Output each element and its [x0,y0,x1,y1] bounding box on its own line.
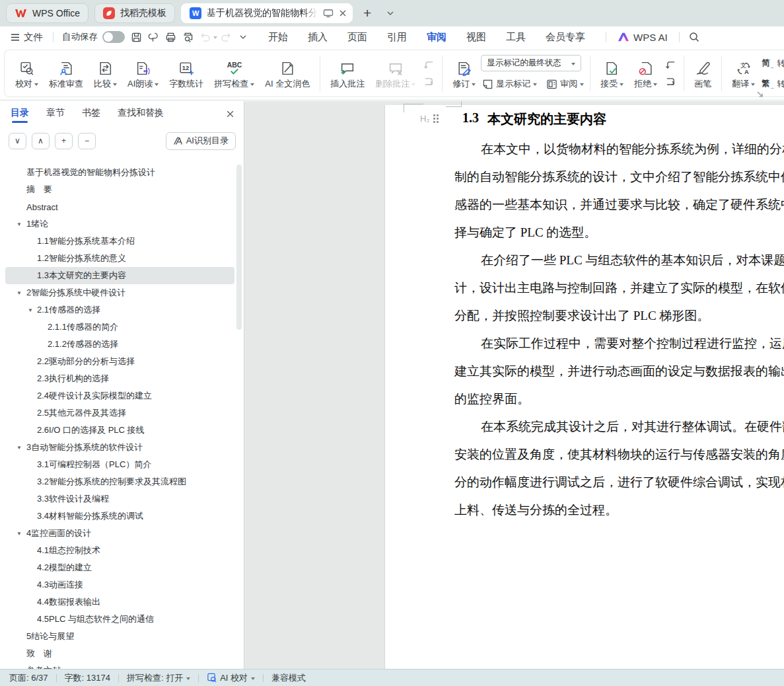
collapse-caret-icon[interactable]: ▼ [17,445,22,451]
reject-change-button[interactable]: 拒绝 [629,52,662,95]
document-page[interactable]: H₂ 1.3 本文研究的主要内容 在本文中，以货物材料的智能分拣系统为例，详细的… [385,105,784,669]
collapse-caret-icon[interactable]: ▼ [17,221,22,227]
menu-tab-5[interactable]: 视图 [456,28,496,47]
proofread-button[interactable]: 校对 [10,52,44,95]
sidebar-tab-contents[interactable]: 目录 [11,107,29,123]
next-change-icon[interactable] [665,77,676,87]
spell-check-status[interactable]: 拼写检查: 打开 [127,672,190,684]
insert-comment-button[interactable]: 插入批注 [325,52,370,95]
toc-item[interactable]: 摘 要 [5,181,234,198]
search-icon[interactable] [686,29,703,45]
quick-access-chevron-icon[interactable] [234,29,252,45]
menu-tab-4[interactable]: 审阅 [417,28,456,47]
toc-item[interactable]: 2.2驱动部分的分析与选择 [5,353,234,370]
toc-next-heading-button[interactable]: ∨ [9,133,26,149]
toc-previous-heading-button[interactable]: ∧ [32,133,50,149]
delete-comment-button[interactable]: 删除批注 [370,52,421,95]
redo-button[interactable] [217,29,234,45]
toc-item[interactable]: 2.4硬件设计及实际模型的建立 [5,387,234,404]
toc-item[interactable]: 基于机器视觉的智能物料分拣设计 [5,164,234,181]
spell-check-button[interactable]: ABC 拼写检查 [209,52,260,95]
translate-button[interactable]: 文A 翻译 [727,52,760,95]
toc-item[interactable]: 2.1.1传感器的简介 [5,319,234,336]
screen-share-icon[interactable] [323,9,334,18]
new-tab-button[interactable]: + [359,5,376,22]
accept-change-button[interactable]: 接受 [595,52,629,95]
standard-review-button[interactable]: 标准审查 [44,52,89,95]
menu-tab-2[interactable]: 页面 [338,28,377,47]
toc-item[interactable]: 4.5PLC 与组态软件之间的通信 [5,611,234,628]
toc-item[interactable]: 4.1组态控制技术 [5,542,234,559]
ai-proofread-status[interactable]: AI 校对 [207,672,255,684]
wps-ai-button[interactable]: WPS AI [612,32,673,43]
sidebar-tab-chapters[interactable]: 章节 [46,107,65,123]
drag-handle-icon[interactable] [433,114,439,123]
show-markup-button[interactable]: 显示标记 [481,76,538,92]
toc-item[interactable]: 参考文献 [5,662,234,669]
track-changes-button[interactable]: 修订 [447,52,481,95]
close-tab-icon[interactable] [339,9,347,17]
toc-item[interactable]: 3.4材料智能分拣系统的调试 [5,508,234,525]
sidebar-scrollbar[interactable] [236,165,242,330]
toc-item[interactable]: ▼1绪论 [5,215,234,233]
toc-item[interactable]: ▼2智能分拣系统中硬件设计 [5,284,234,301]
toc-item[interactable]: 3.2智能分拣系统的控制要求及其流程图 [5,473,234,490]
next-comment-icon[interactable] [423,77,435,87]
doc-body[interactable]: 在本文中，以货物材料的智能分拣系统为例，详细的分析了在基于制的自动智能分拣系统的… [454,135,784,524]
toc-item[interactable]: 1.1智能分拣系统基本介绍 [5,233,234,250]
toc-item[interactable]: 致 谢 [5,645,234,662]
collapse-caret-icon[interactable]: ▼ [17,531,22,537]
toc-item[interactable]: 3.1可编程控制器（PLC）简介 [5,456,234,473]
tab-docer-templates[interactable]: 找稻壳模板 [94,3,175,23]
compare-button[interactable]: 比较 [89,52,122,95]
toc-item[interactable]: 5结论与展望 [5,628,234,645]
ribbon-expand-icon[interactable] [757,91,763,97]
undo-button[interactable] [196,29,213,45]
collapse-caret-icon[interactable]: ▼ [17,290,22,296]
traditional-to-simplified-button[interactable]: 繁→ 转简 [760,76,784,92]
ai-read-aloud-button[interactable]: AI朗读 [122,52,164,95]
toc-collapse-button[interactable]: − [78,133,96,149]
toc-item[interactable]: 3.3软件设计及编程 [5,490,234,508]
menu-tab-1[interactable]: 插入 [298,28,338,47]
menu-tab-7[interactable]: 会员专享 [536,28,595,47]
file-menu-button[interactable]: 文件 [7,31,47,44]
menu-tab-0[interactable]: 开始 [258,28,298,47]
section-heading[interactable]: 1.3 本文研究的主要内容 [462,110,606,128]
toc-item[interactable]: 2.3执行机构的选择 [5,370,234,387]
markup-state-select[interactable]: 显示标记的最终状态 [481,55,581,71]
compatibility-mode-badge[interactable]: 兼容模式 [271,672,306,684]
toc-item[interactable]: 2.5其他元器件及其选择 [5,404,234,422]
word-count-indicator[interactable]: 字数: 13174 [65,672,110,684]
word-count-button[interactable]: 12 字数统计 [164,52,209,95]
toc-expand-button[interactable]: + [55,133,73,149]
tab-document[interactable]: W 基于机器视觉的智能物料分拣 [181,3,353,23]
toc-item[interactable]: 2.6I/O 口的选择及 PLC 接线 [5,422,234,439]
toc-item[interactable]: ▼4监控画面的设计 [5,525,234,542]
toc-item[interactable]: 4.2模型的建立 [5,559,234,576]
autosave-toggle[interactable] [102,31,125,43]
export-pdf-button[interactable] [145,29,162,45]
toc-item[interactable]: 1.3本文研究的主要内容 [5,267,234,284]
toc-item[interactable]: 4.3动画连接 [5,576,234,593]
toc-item[interactable]: ▼3自动智能分拣系统的软件设计 [5,439,234,456]
toc-item[interactable]: ▼2.1传感器的选择 [5,301,234,319]
heading-level-gutter[interactable]: H₂ [420,114,439,124]
simplified-to-traditional-button[interactable]: 简→ 转繁 [760,56,784,71]
ink-brush-button[interactable]: 画笔 [689,52,717,95]
tab-wps-home[interactable]: WPS Office [6,3,89,23]
tab-list-chevron-icon[interactable] [382,5,399,22]
sidebar-tab-bookmarks[interactable]: 书签 [82,107,100,123]
close-sidebar-icon[interactable] [226,110,234,121]
page-indicator[interactable]: 页面: 6/37 [9,672,48,684]
print-button[interactable] [162,29,179,45]
previous-change-icon[interactable] [665,60,676,70]
review-pane-button[interactable]: 审阅 [545,76,585,92]
toc-item[interactable]: Abstract [5,198,234,215]
toc-item[interactable]: 2.1.2传感器的选择 [5,336,234,353]
menu-tab-3[interactable]: 引用 [377,28,417,47]
previous-comment-icon[interactable] [423,60,435,70]
toc-item[interactable]: 1.2智能分拣系统的意义 [5,250,234,267]
print-preview-button[interactable] [179,29,196,45]
sidebar-tab-find-replace[interactable]: 查找和替换 [118,107,164,123]
